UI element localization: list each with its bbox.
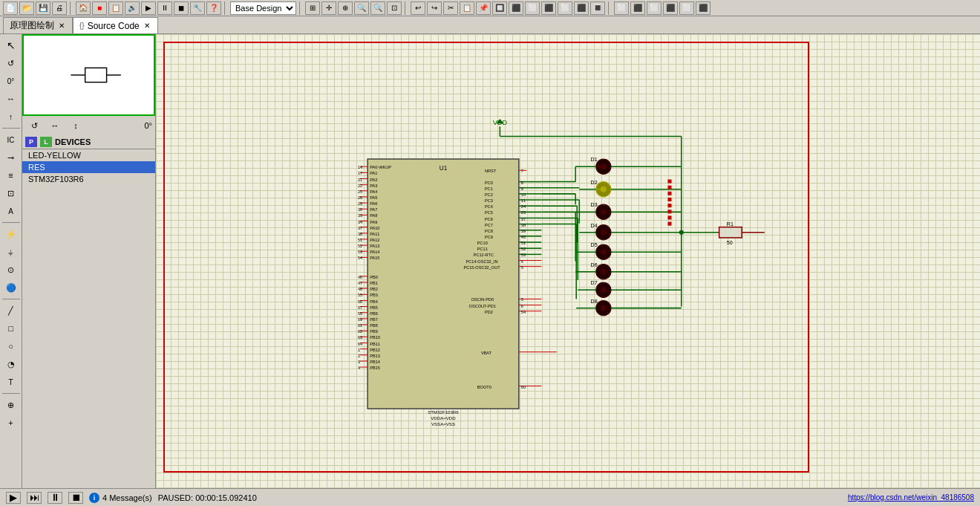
rotate-tool[interactable]: ↺ <box>2 55 20 71</box>
copy-btn[interactable]: 📋 <box>460 1 474 15</box>
stop-btn[interactable]: ⏹ <box>68 492 83 504</box>
tb-btn19[interactable]: ⬜ <box>647 1 662 15</box>
svg-text:PA8: PA8 <box>370 213 377 218</box>
tb-btn18[interactable]: ⬛ <box>630 1 645 15</box>
tb-btn4[interactable]: 🔊 <box>125 1 140 15</box>
zoomout-btn[interactable]: 🔍 <box>370 1 385 15</box>
svg-text:PA2: PA2 <box>370 178 377 182</box>
component-tool[interactable]: IC <box>2 132 20 148</box>
svg-text:PD2: PD2 <box>485 310 493 314</box>
probe-tool[interactable]: ⊙ <box>2 262 20 278</box>
net-tool[interactable]: ⊡ <box>2 185 20 201</box>
tb-btn7[interactable]: ◼ <box>174 1 189 15</box>
led-d1: D1 <box>575 157 682 174</box>
home-btn[interactable]: 🏠 <box>76 1 91 15</box>
tb-btn17[interactable]: ⬜ <box>614 1 629 15</box>
angle-tool[interactable]: 0° <box>2 73 20 89</box>
label-tool[interactable]: A <box>2 203 20 219</box>
svg-text:53: 53 <box>521 253 526 257</box>
marker-tool[interactable]: 🔵 <box>2 279 20 296</box>
line-tool[interactable]: ╱ <box>2 302 20 319</box>
box-tool[interactable]: □ <box>2 320 20 337</box>
bus-tool[interactable]: ≡ <box>2 167 20 184</box>
device-res[interactable]: RES <box>22 161 155 173</box>
open-btn[interactable]: 📂 <box>19 1 34 15</box>
led-d6: D6 <box>575 262 682 279</box>
ground-tool[interactable]: ⏚ <box>2 244 20 260</box>
move-btn[interactable]: ⊕ <box>338 1 353 15</box>
svg-text:BOOT0: BOOT0 <box>477 385 491 389</box>
mirror-tool[interactable]: ↔ <box>2 91 20 107</box>
svg-text:PA6: PA6 <box>370 201 377 206</box>
svg-text:2: 2 <box>358 354 360 358</box>
tab-schematic-label: 原理图绘制 <box>10 19 54 32</box>
l-button[interactable]: L <box>40 137 52 147</box>
device-stm32[interactable]: STM32F103R6 <box>22 173 155 185</box>
svg-text:22: 22 <box>358 184 362 188</box>
tab-schematic-close[interactable]: ✕ <box>57 22 66 30</box>
tb-btn14[interactable]: ⬜ <box>558 1 572 15</box>
mirror-h-btn[interactable]: ↔ <box>46 117 64 134</box>
tb-btn12[interactable]: ⬜ <box>525 1 540 15</box>
sidebar-controls: ↺ ↔ ↕ 0° <box>22 116 155 135</box>
svg-text:PA14: PA14 <box>370 250 379 254</box>
svg-text:PC10: PC10 <box>477 241 488 245</box>
cut-btn[interactable]: ✂ <box>443 1 458 15</box>
csdn-link[interactable]: https://blog.csdn.net/weixin_48186508 <box>848 493 974 502</box>
svg-text:PC3: PC3 <box>485 198 493 203</box>
tb-btn21[interactable]: ⬜ <box>679 1 694 15</box>
design-select[interactable]: Base Design <box>230 1 296 15</box>
select-tool[interactable]: ↖ <box>2 37 20 53</box>
tb-btn16[interactable]: 🔳 <box>590 1 605 15</box>
tb-btn20[interactable]: ⬛ <box>663 1 678 15</box>
svg-text:PB10: PB10 <box>370 335 380 340</box>
circle-tool[interactable]: ○ <box>2 338 20 354</box>
p-button[interactable]: P <box>25 137 37 147</box>
step-btn[interactable]: ⏭ <box>27 492 42 504</box>
tb-btn13[interactable]: ⬛ <box>541 1 556 15</box>
svg-text:51: 51 <box>521 241 526 245</box>
undo-btn[interactable]: ↩ <box>411 1 425 15</box>
canvas-area[interactable]: VDD U1 <box>156 34 980 488</box>
paste-btn[interactable]: 📌 <box>476 1 491 15</box>
zoomin-btn[interactable]: 🔍 <box>354 1 369 15</box>
svg-text:PC8: PC8 <box>485 229 493 233</box>
tb-btn9[interactable]: ❓ <box>206 1 221 15</box>
up-tool[interactable]: ↑ <box>2 108 20 125</box>
tb-btn15[interactable]: ⬛ <box>574 1 589 15</box>
svg-text:54: 54 <box>521 310 526 314</box>
svg-text:5: 5 <box>521 297 523 302</box>
print-btn[interactable]: 🖨 <box>52 1 67 15</box>
arc-tool[interactable]: ◔ <box>2 356 20 372</box>
svg-text:48: 48 <box>358 287 362 291</box>
tb-btn8[interactable]: 🔧 <box>190 1 205 15</box>
mirror-v-btn[interactable]: ↕ <box>67 117 85 134</box>
cross-btn[interactable]: ✛ <box>321 1 336 15</box>
add-tool[interactable]: + <box>2 415 20 431</box>
power-tool[interactable]: ⚡ <box>2 226 20 242</box>
tab-schematic[interactable]: 原理图绘制 ✕ <box>3 17 73 33</box>
save-btn[interactable]: 💾 <box>36 1 50 15</box>
wire-tool[interactable]: ⊸ <box>2 149 20 166</box>
script-tool[interactable]: ⊕ <box>2 397 20 413</box>
redo-btn[interactable]: ↪ <box>427 1 442 15</box>
zoom1-btn[interactable]: ⊡ <box>387 1 402 15</box>
pause-btn[interactable]: ⏸ <box>48 492 62 504</box>
svg-text:34: 34 <box>358 220 362 224</box>
new-btn[interactable]: 📄 <box>3 1 18 15</box>
tab-source[interactable]: {} Source Code ✕ <box>73 17 158 33</box>
tb-btn6[interactable]: ⏸ <box>157 1 172 15</box>
tb-btn3[interactable]: 📋 <box>108 1 123 15</box>
tb-btn5[interactable]: ▶ <box>141 1 156 15</box>
grid-btn[interactable]: ⊞ <box>305 1 320 15</box>
tb-btn10[interactable]: 🔲 <box>492 1 507 15</box>
svg-text:D1: D1 <box>591 157 598 163</box>
tb-btn11[interactable]: ⬛ <box>509 1 523 15</box>
stop-btn[interactable]: ■ <box>92 1 107 15</box>
rotate-left-btn[interactable]: ↺ <box>25 117 43 134</box>
text-tool[interactable]: T <box>2 374 20 390</box>
play-btn[interactable]: ▶ <box>6 492 21 504</box>
device-led-yellow[interactable]: LED-YELLOW <box>22 149 155 161</box>
tab-source-close[interactable]: ✕ <box>143 22 151 30</box>
tb-btn22[interactable]: ⬛ <box>696 1 710 15</box>
